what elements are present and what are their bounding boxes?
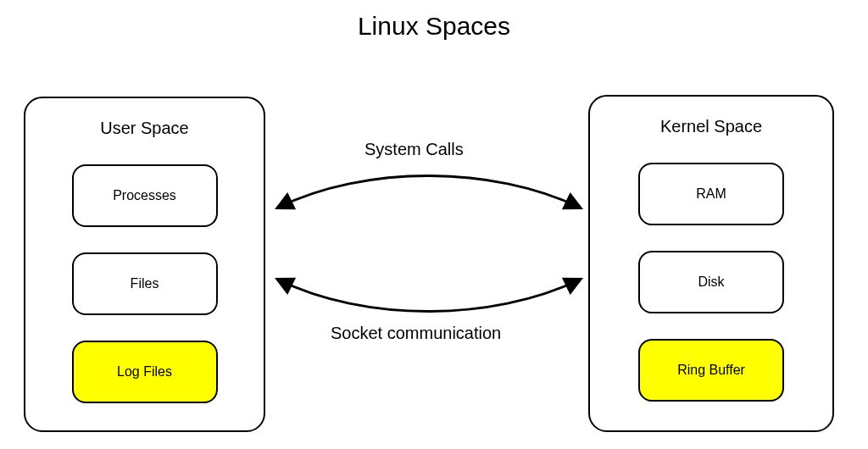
kernel-space-item-ram: RAM	[638, 163, 784, 225]
user-space-item-files: Files	[72, 252, 218, 315]
item-label: Processes	[113, 188, 176, 203]
user-space-item-processes: Processes	[72, 164, 218, 227]
user-space-title: User Space	[25, 119, 264, 138]
item-label: Files	[131, 276, 159, 291]
user-space-panel: User Space Processes Files Log Files	[24, 97, 265, 432]
diagram-title: Linux Spaces	[0, 12, 868, 41]
kernel-space-panel: Kernel Space RAM Disk Ring Buffer	[588, 95, 834, 432]
label-socket-communication: Socket communication	[331, 324, 501, 343]
item-label: Ring Buffer	[677, 363, 745, 378]
kernel-space-item-disk: Disk	[638, 251, 784, 313]
kernel-space-item-ringbuffer: Ring Buffer	[638, 339, 784, 402]
item-label: Disk	[698, 274, 724, 290]
label-system-calls: System Calls	[364, 140, 464, 159]
arrow-system-calls	[278, 176, 580, 208]
item-label: Log Files	[117, 364, 172, 380]
item-label: RAM	[696, 186, 726, 202]
kernel-space-title: Kernel Space	[590, 117, 832, 136]
arrow-socket-communication	[278, 280, 580, 312]
diagram-stage: Linux Spaces User Space Processes Files …	[0, 0, 868, 449]
user-space-item-logfiles: Log Files	[72, 341, 218, 403]
user-space-items: Processes Files Log Files	[25, 164, 264, 403]
kernel-space-items: RAM Disk Ring Buffer	[590, 163, 832, 402]
